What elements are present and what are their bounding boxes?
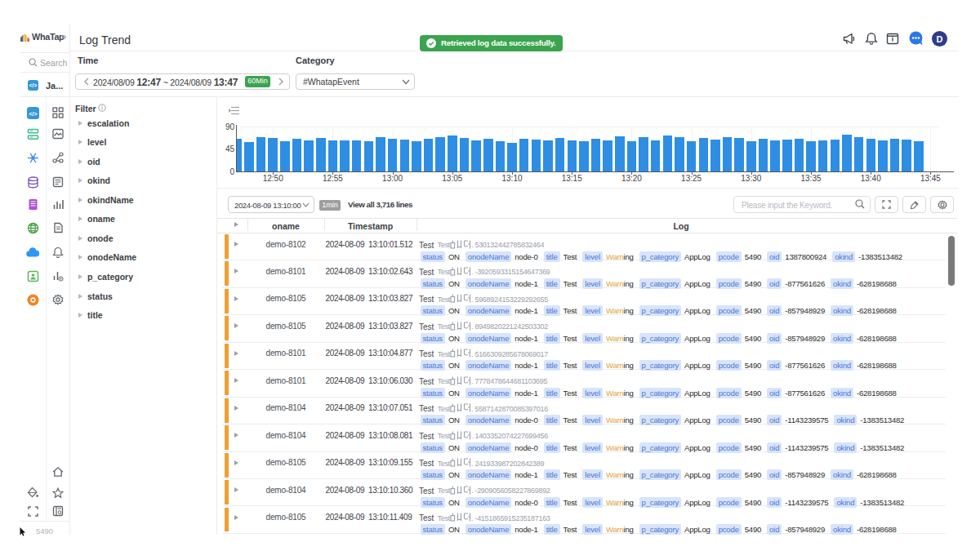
svg-text:D: D: [936, 33, 942, 43]
svg-text:</>: </>: [29, 110, 37, 116]
